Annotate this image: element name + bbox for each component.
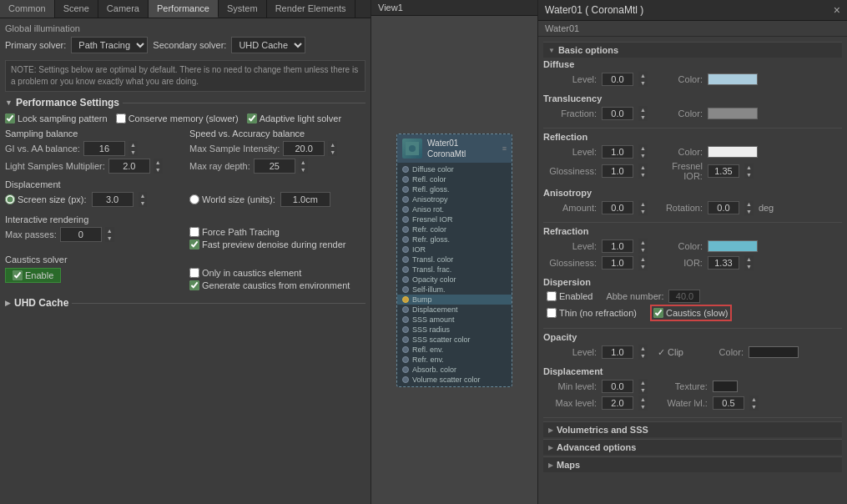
maps-section[interactable]: ▶ Maps — [543, 456, 842, 472]
light-down[interactable]: ▼ — [154, 166, 163, 174]
max-ray-input[interactable] — [254, 159, 295, 174]
opacity-level-input[interactable] — [602, 345, 633, 359]
tab-common[interactable]: Common — [0, 0, 55, 18]
gi-aa-input[interactable] — [83, 141, 125, 156]
texture-swatch[interactable] — [713, 381, 738, 392]
world-size-input[interactable] — [280, 192, 330, 207]
enable-button[interactable]: Enable — [5, 268, 61, 283]
tab-scene[interactable]: Scene — [55, 0, 98, 18]
cb-adaptive-light[interactable]: Adaptive light solver — [247, 113, 341, 123]
gi-aa-down[interactable]: ▼ — [129, 149, 138, 156]
world-size-radio[interactable]: World size (units): — [189, 194, 275, 204]
passes-down[interactable]: ▼ — [105, 234, 114, 242]
close-button[interactable]: × — [834, 3, 840, 17]
disp-min-input[interactable] — [602, 380, 633, 393]
tab-render-elements[interactable]: Render Elements — [267, 0, 355, 18]
disp-min-up[interactable]: ▲ — [638, 379, 648, 386]
rot-up[interactable]: ▲ — [744, 200, 754, 208]
frac-input[interactable] — [602, 107, 633, 120]
max-sample-input[interactable] — [283, 141, 325, 156]
opacity-color-swatch[interactable] — [749, 346, 799, 358]
view-title: View1 — [371, 0, 537, 16]
cb-lock-sampling[interactable]: Lock sampling pattern — [5, 113, 108, 123]
cb-fast-preview[interactable]: Fast preview denoise during render — [189, 239, 366, 249]
frac-down[interactable]: ▼ — [638, 113, 648, 121]
refl-level-input[interactable] — [602, 145, 633, 159]
rotation-input[interactable] — [708, 201, 739, 214]
diffuse-level-up[interactable]: ▲ — [638, 72, 648, 79]
refr-level-up[interactable]: ▲ — [638, 239, 648, 246]
cb-only-caustics[interactable]: Only in caustics element — [189, 268, 366, 278]
disp-max-up[interactable]: ▲ — [638, 396, 648, 403]
screen-size-radio[interactable]: Screen size (px): — [5, 194, 87, 204]
fresnel-ior-input[interactable] — [708, 164, 739, 178]
water-up[interactable]: ▲ — [749, 396, 759, 403]
ior-down[interactable]: ▼ — [744, 263, 754, 270]
passes-up[interactable]: ▲ — [105, 227, 114, 234]
refr-gloss-up[interactable]: ▲ — [638, 255, 648, 263]
max-passes-input[interactable] — [60, 227, 102, 242]
cb-generate-caustics[interactable]: Generate caustics from environment — [189, 280, 366, 290]
aniso-up[interactable]: ▲ — [638, 200, 648, 208]
opacity-down[interactable]: ▼ — [638, 352, 648, 360]
aniso-amount-input[interactable] — [602, 201, 633, 214]
diffuse-level-down[interactable]: ▼ — [638, 79, 648, 87]
aniso-down[interactable]: ▼ — [638, 208, 648, 215]
cb-dispersion-enabled[interactable]: Enabled — [547, 291, 592, 301]
translucency-color-swatch[interactable] — [708, 108, 758, 119]
refl-color-swatch[interactable] — [708, 146, 758, 158]
max-sample-up[interactable]: ▲ — [328, 141, 337, 149]
ior-input[interactable] — [708, 256, 739, 270]
advanced-options-section[interactable]: ▶ Advanced options — [543, 439, 842, 455]
fresnel-down[interactable]: ▼ — [744, 171, 754, 179]
refr-gloss-input[interactable] — [602, 256, 633, 270]
opacity-up[interactable]: ▲ — [638, 345, 648, 352]
refr-color-swatch[interactable] — [708, 240, 758, 252]
cb-force-path[interactable]: Force Path Tracing — [189, 227, 366, 237]
refl-level-up[interactable]: ▲ — [638, 144, 648, 152]
secondary-solver-select[interactable]: UHD Cache — [231, 37, 305, 53]
cb-thin[interactable]: Thin (no refraction) — [547, 308, 637, 318]
max-sample-down[interactable]: ▼ — [328, 149, 337, 156]
rot-down[interactable]: ▼ — [744, 208, 754, 215]
frac-up[interactable]: ▲ — [638, 106, 648, 113]
fresnel-up[interactable]: ▲ — [744, 164, 754, 171]
light-samples-input[interactable] — [108, 159, 150, 174]
max-passes-row: Max passes: ▲ ▼ — [5, 227, 181, 242]
tab-camera[interactable]: Camera — [98, 0, 149, 18]
water-lv-input[interactable] — [713, 396, 744, 410]
max-ray-down[interactable]: ▼ — [299, 166, 308, 174]
dispersion-enabled-row: Enabled Abbe number: — [543, 290, 842, 303]
diffuse-color-swatch[interactable] — [708, 73, 758, 85]
diffuse-level-input[interactable] — [602, 73, 633, 86]
tab-system[interactable]: System — [219, 0, 267, 18]
refl-level-down[interactable]: ▼ — [638, 152, 648, 159]
screen-down[interactable]: ▼ — [139, 199, 148, 207]
disp-max-label: Max level: — [547, 398, 597, 408]
uhd-header[interactable]: ▶ UHD Cache — [5, 297, 366, 309]
screen-up[interactable]: ▲ — [139, 192, 148, 199]
tab-performance[interactable]: Performance — [149, 0, 219, 18]
water-down[interactable]: ▼ — [749, 403, 759, 411]
refr-gloss-down[interactable]: ▼ — [638, 263, 648, 270]
enable-label: Enable — [25, 270, 53, 280]
disp-max-down[interactable]: ▼ — [638, 403, 648, 411]
refl-gloss-up[interactable]: ▲ — [638, 164, 648, 171]
cb-conserve-memory[interactable]: Conserve memory (slower) — [116, 113, 239, 123]
disp-max-input[interactable] — [602, 396, 633, 410]
basic-options-section[interactable]: ▼ Basic options — [543, 42, 842, 58]
refl-gloss-input[interactable] — [602, 164, 633, 178]
ior-up[interactable]: ▲ — [744, 255, 754, 263]
primary-solver-select[interactable]: Path Tracing — [71, 37, 148, 53]
cb-caustics-slow[interactable]: Caustics (slow) — [653, 308, 729, 318]
refr-level-input[interactable] — [602, 239, 633, 253]
refl-gloss-down[interactable]: ▼ — [638, 171, 648, 179]
screen-size-input[interactable] — [92, 192, 134, 207]
volumetrics-section[interactable]: ▶ Volumetrics and SSS — [543, 421, 842, 437]
max-ray-up[interactable]: ▲ — [299, 159, 308, 166]
node-menu-icon[interactable]: ≡ — [502, 144, 507, 153]
disp-min-down[interactable]: ▼ — [638, 386, 648, 394]
light-up[interactable]: ▲ — [154, 159, 163, 166]
gi-aa-up[interactable]: ▲ — [129, 141, 138, 149]
refr-level-down[interactable]: ▼ — [638, 246, 648, 254]
